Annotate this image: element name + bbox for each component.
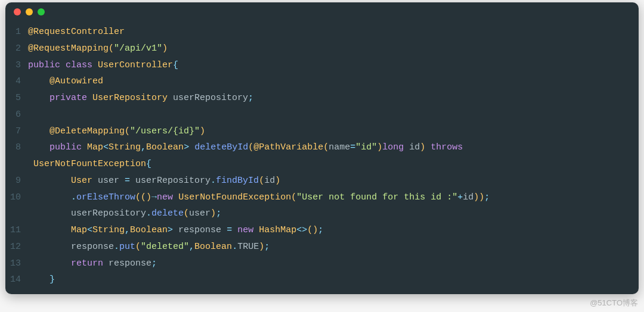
token: ) [377, 142, 382, 152]
token: Map [71, 225, 87, 235]
minimize-icon[interactable] [26, 8, 33, 15]
token: ( [109, 43, 114, 54]
token: { [146, 159, 151, 169]
code-line[interactable]: 2@RequestMapping("/api/v1") [5, 40, 639, 57]
code-line[interactable]: 7 @DeleteMapping("/users/{id}") [5, 123, 639, 140]
token: = [227, 225, 232, 235]
code-line[interactable]: 12 response.put("deleted",Boolean.TRUE); [5, 239, 639, 255]
code-line[interactable]: 13 return response; [5, 255, 639, 272]
token: ) [200, 126, 205, 136]
line-content: Map<String,Boolean> response = new HashM… [28, 222, 323, 239]
token: id [264, 176, 275, 186]
token: ) [420, 142, 425, 152]
line-content: @RequestController [28, 24, 125, 40]
line-number: 9 [5, 173, 28, 189]
token: "/users/{id}" [130, 126, 200, 136]
token: new [157, 192, 173, 202]
line-number: 12 [5, 239, 28, 255]
token: return [71, 258, 103, 269]
token: () [307, 225, 318, 235]
token: ; [264, 242, 270, 252]
token: @RequestController [28, 27, 125, 37]
code-editor[interactable]: 1@RequestController2@RequestMapping("/ap… [5, 21, 639, 294]
code-line[interactable]: 10 .orElseThrow(()→new UserNotFoundExcep… [5, 189, 639, 206]
watermark-text: @51CTO博客 [590, 298, 638, 308]
token: ( [323, 142, 329, 152]
token: = [350, 142, 355, 152]
token: { [173, 60, 178, 70]
token: @RequestMapping [28, 43, 109, 54]
code-line[interactable]: 5 private UserRepository userRepository; [5, 90, 639, 107]
token: ) [275, 176, 280, 186]
token: TRUE [237, 242, 259, 252]
token: deleteById [194, 142, 248, 152]
line-number: 4 [5, 73, 28, 90]
token: user [189, 208, 210, 219]
token: public [28, 60, 60, 70]
token: . [232, 242, 237, 252]
token: class [66, 60, 92, 70]
line-number: 3 [5, 57, 28, 74]
token: < [103, 142, 109, 152]
token: "id" [355, 142, 377, 152]
code-line[interactable]: 4 @Autowired [5, 73, 639, 90]
line-number: 14 [5, 272, 28, 288]
token [425, 142, 431, 152]
line-number: 7 [5, 123, 28, 140]
token: > [184, 142, 189, 152]
token: HashMap [259, 225, 296, 235]
code-line[interactable]: userRepository.delete(user); [5, 205, 639, 222]
token: , [141, 142, 146, 152]
code-line[interactable]: 1@RequestController [5, 24, 639, 40]
line-number [5, 205, 28, 222]
code-line[interactable]: 8 public Map<String,Boolean> deleteById(… [5, 139, 639, 156]
token: > [168, 225, 173, 235]
token: UserNotFoundException [178, 192, 291, 202]
token: name [329, 142, 350, 152]
line-content: userRepository.delete(user); [28, 205, 221, 222]
token: @Autowired [49, 76, 103, 86]
code-line[interactable]: 14 } [5, 272, 639, 288]
token: response [103, 258, 151, 269]
token: (() [135, 192, 151, 202]
code-line[interactable]: 11 Map<String,Boolean> response = new Ha… [5, 222, 639, 239]
token: . [210, 176, 216, 186]
maximize-icon[interactable] [38, 8, 45, 15]
token [60, 60, 66, 70]
token: , [189, 242, 194, 252]
token: < [87, 225, 92, 235]
token: } [49, 274, 55, 285]
token: ; [216, 208, 221, 219]
line-content: @RequestMapping("/api/v1") [28, 40, 168, 57]
code-line[interactable]: UserNotFountException{ [5, 156, 639, 173]
line-content: public class UserController{ [28, 57, 178, 74]
token: . [146, 208, 151, 219]
code-line[interactable]: 6 [5, 107, 639, 123]
line-content: private UserRepository userRepository; [28, 90, 253, 107]
token: ( [248, 142, 253, 152]
close-icon[interactable] [14, 8, 21, 15]
token: orElseThrow [76, 192, 135, 202]
token: @DeleteMapping [49, 126, 125, 136]
token [232, 225, 237, 235]
line-content: @Autowired [28, 73, 103, 90]
line-content: @DeleteMapping("/users/{id}") [28, 123, 205, 140]
token: findById [216, 176, 259, 186]
line-number [5, 156, 28, 173]
code-line[interactable]: 3public class UserController{ [5, 57, 639, 74]
token: , [125, 225, 130, 235]
line-content: public Map<String,Boolean> deleteById(@P… [28, 139, 463, 156]
line-number: 2 [5, 40, 28, 57]
line-number: 5 [5, 90, 28, 107]
token: new [237, 225, 253, 235]
code-line[interactable]: 9 User user = userRepository.findById(id… [5, 173, 639, 189]
token [82, 142, 87, 152]
line-content: } [28, 272, 55, 288]
token: → [151, 192, 157, 202]
token: ) [210, 208, 216, 219]
line-content: User user = userRepository.findById(id) [28, 173, 280, 189]
token: UserController [98, 60, 173, 70]
token: private [49, 93, 87, 103]
token: ) [259, 242, 264, 252]
token: Boolean [194, 242, 232, 252]
